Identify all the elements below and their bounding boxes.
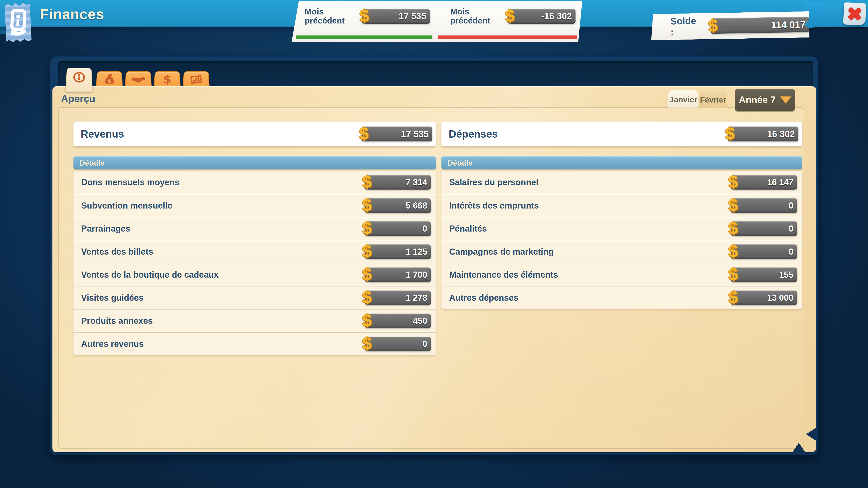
revenues-total-pill: 17 535 xyxy=(362,127,432,141)
revenues-column: Revenus 17 535 Détails Dons mensuels moy… xyxy=(73,122,436,355)
finances-book-icon xyxy=(4,2,32,43)
dollar-icon xyxy=(359,7,369,25)
info-icon xyxy=(72,71,86,84)
panel-notch-bottom xyxy=(792,443,806,453)
amount-pill: 16 147 xyxy=(731,175,797,190)
revenues-rows: Dons mensuels moyens 7 314 Subvention me… xyxy=(73,171,436,355)
overview-panel: Aperçu Janvier Février Année 7 Revenus 1… xyxy=(53,86,816,452)
balance-label: Solde : xyxy=(670,15,702,37)
expenses-rows: Salaires du personnel 16 147 Intérêts de… xyxy=(441,171,802,309)
amount-pill: 7 314 xyxy=(365,175,431,190)
revenues-card: Revenus 17 535 xyxy=(73,122,436,147)
year-dropdown[interactable]: Année 7 xyxy=(735,89,795,111)
panel-notch-right xyxy=(806,427,816,441)
prev-month-expense-pill: -16 302 xyxy=(508,9,576,24)
finance-row: Ventes de la boutique de cadeaux 1 700 xyxy=(73,263,436,286)
finance-row: Ventes des billets 1 125 xyxy=(73,240,436,263)
svg-text:$: $ xyxy=(107,78,111,84)
expenses-card: Dépenses 16 302 xyxy=(441,122,802,147)
revenues-details-header: Détails xyxy=(73,156,436,169)
amount-pill: 0 xyxy=(731,198,797,213)
finance-row: Intérêts des emprunts 0 xyxy=(441,194,802,217)
prev-month-income-label: Mois précédent xyxy=(305,7,345,25)
finance-row: Pénalités 0 xyxy=(441,217,802,240)
dollar-icon xyxy=(725,125,735,142)
finance-row: Salaires du personnel 16 147 xyxy=(441,171,802,194)
amount-pill: 5 668 xyxy=(365,198,431,213)
amount-pill: 13 000 xyxy=(731,291,797,305)
finance-row: Autres dépenses 13 000 xyxy=(441,286,802,309)
finance-row: Autres revenus 0 xyxy=(73,332,436,355)
dollar-icon xyxy=(728,219,738,237)
dollar-icon: $ xyxy=(160,73,174,86)
amount-pill: 0 xyxy=(731,221,797,236)
chevron-down-icon xyxy=(780,96,791,103)
amount-pill: 0 xyxy=(365,221,431,236)
dollar-icon xyxy=(504,7,515,25)
amount-pill: 0 xyxy=(365,337,431,351)
month-button-fevrier[interactable]: Février xyxy=(699,91,727,108)
finances-window: Finances Mois précédent 17 535 Mois préc… xyxy=(0,0,868,488)
balance-banner: Solde : 114 017 xyxy=(651,11,809,40)
finance-row: Subvention mensuelle 5 668 xyxy=(73,194,436,217)
dollar-icon xyxy=(362,312,372,329)
dollar-icon xyxy=(362,219,372,237)
revenues-title: Revenus xyxy=(81,128,124,140)
expenses-title: Dépenses xyxy=(449,128,498,140)
finance-row: Dons mensuels moyens 7 314 xyxy=(73,171,436,194)
amount-pill: 1 700 xyxy=(365,267,431,282)
finance-row: Produits annexes 450 xyxy=(73,309,436,332)
finance-row: Parrainages 0 xyxy=(73,217,436,240)
amount-pill: 1 125 xyxy=(365,245,431,259)
dollar-icon xyxy=(362,242,372,260)
dollar-icon xyxy=(362,173,372,191)
dollar-icon xyxy=(728,289,738,306)
dollar-icon xyxy=(362,196,372,214)
expenses-details-header: Détails xyxy=(441,156,802,169)
bar-chart-icon xyxy=(189,73,204,86)
handshake-icon xyxy=(131,73,146,86)
finance-row: Maintenance des éléments 155 xyxy=(441,263,802,286)
close-button[interactable] xyxy=(843,2,866,25)
dollar-icon xyxy=(708,17,718,35)
prev-month-expense: Mois précédent -16 302 xyxy=(437,1,582,25)
finance-row: Visites guidées 1 278 xyxy=(73,286,436,309)
dollar-icon xyxy=(728,196,738,214)
month-button-janvier[interactable]: Janvier xyxy=(668,90,699,107)
tab-overview[interactable] xyxy=(66,68,93,92)
dollar-icon xyxy=(362,289,372,306)
dollar-icon xyxy=(728,242,738,260)
dollar-icon xyxy=(362,335,372,352)
expenses-total-pill: 16 302 xyxy=(728,127,798,141)
svg-text:$: $ xyxy=(163,74,172,86)
dollar-icon xyxy=(362,265,372,283)
dollar-icon xyxy=(728,265,738,283)
prev-month-income: Mois précédent 17 535 xyxy=(291,1,437,25)
window-title: Finances xyxy=(40,6,104,23)
prev-month-income-pill: 17 535 xyxy=(362,9,430,24)
previous-month-banner: Mois précédent 17 535 Mois précédent -16… xyxy=(291,1,582,42)
expense-underline-bar xyxy=(438,35,577,39)
amount-pill: 155 xyxy=(731,267,797,282)
dollar-icon xyxy=(359,125,369,142)
expenses-column: Dépenses 16 302 Détails Salaires du pers… xyxy=(441,122,802,309)
dollar-icon xyxy=(728,173,738,191)
amount-pill: 450 xyxy=(365,314,431,328)
amount-pill: 1 278 xyxy=(365,291,431,305)
income-underline-bar xyxy=(296,35,432,39)
balance-pill: 114 017 xyxy=(711,17,809,34)
prev-month-expense-label: Mois précédent xyxy=(450,7,490,25)
section-title: Aperçu xyxy=(61,93,95,104)
money-bag-icon: $ xyxy=(103,73,116,86)
amount-pill: 0 xyxy=(731,245,797,259)
finance-row: Campagnes de marketing 0 xyxy=(441,240,802,263)
